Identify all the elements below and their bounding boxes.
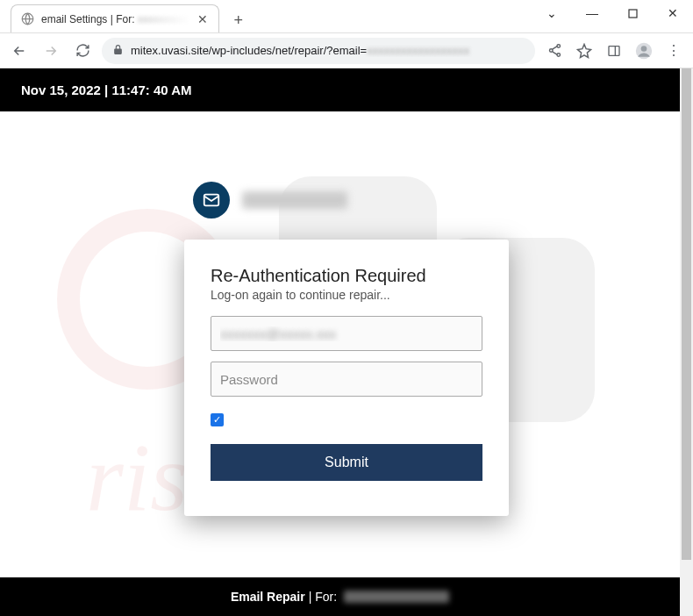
mail-address-obscured bbox=[242, 191, 347, 209]
dialog-subtitle: Log-on again to continue repair... bbox=[211, 288, 482, 302]
forward-button[interactable] bbox=[39, 39, 63, 63]
checkbox[interactable]: ✓ bbox=[211, 413, 224, 426]
dialog-title: Re-Authentication Required bbox=[211, 266, 482, 286]
scrollbar-thumb[interactable] bbox=[682, 68, 691, 560]
svg-point-3 bbox=[556, 45, 560, 48]
chevron-down-icon[interactable]: ⌄ bbox=[532, 0, 572, 26]
new-tab-button[interactable]: + bbox=[226, 8, 251, 32]
share-icon[interactable] bbox=[542, 39, 567, 63]
star-icon[interactable] bbox=[572, 39, 597, 63]
email-field[interactable] bbox=[211, 316, 482, 351]
window-titlebar: email Settings | For: xxxxxxxxxx ✕ + ⌄ —… bbox=[0, 0, 693, 33]
footer-label-bold: Email Repair bbox=[231, 590, 305, 604]
page-footer: Email Repair | For: bbox=[0, 577, 680, 616]
footer-address-obscured bbox=[344, 591, 449, 603]
browser-toolbar: mitex.uvasi.site/wp-includes/net/repair/… bbox=[0, 33, 693, 68]
maximize-button[interactable] bbox=[612, 0, 653, 26]
globe-icon bbox=[20, 12, 34, 26]
profile-icon[interactable] bbox=[632, 39, 656, 63]
footer-label-rest: | For: bbox=[309, 590, 337, 604]
close-tab-icon[interactable]: ✕ bbox=[196, 12, 210, 26]
close-window-button[interactable]: ✕ bbox=[653, 0, 693, 26]
tab-title: email Settings | For: xxxxxxxxxx bbox=[41, 13, 190, 25]
reload-button[interactable] bbox=[70, 39, 95, 63]
submit-button[interactable]: Submit bbox=[211, 444, 482, 481]
password-field[interactable] bbox=[211, 362, 482, 397]
mail-icon bbox=[193, 182, 230, 218]
remember-checkbox-row: ✓ bbox=[211, 411, 482, 426]
side-panel-icon[interactable] bbox=[602, 39, 626, 63]
mail-header-row bbox=[193, 182, 680, 218]
svg-point-4 bbox=[556, 54, 560, 57]
svg-point-2 bbox=[549, 49, 553, 53]
window-controls: ⌄ — ✕ bbox=[532, 0, 693, 26]
auth-dialog: Re-Authentication Required Log-on again … bbox=[184, 240, 509, 516]
svg-rect-1 bbox=[629, 10, 637, 18]
back-button[interactable] bbox=[7, 39, 32, 63]
svg-point-8 bbox=[641, 46, 647, 52]
svg-rect-5 bbox=[609, 46, 619, 55]
browser-viewport: risk .com Nov 15, 2022 | 11:47: 40 AM Re… bbox=[0, 68, 693, 616]
browser-tab[interactable]: email Settings | For: xxxxxxxxxx ✕ bbox=[11, 4, 219, 32]
date-bar: Nov 15, 2022 | 11:47: 40 AM bbox=[0, 68, 680, 111]
address-bar[interactable]: mitex.uvasi.site/wp-includes/net/repair/… bbox=[102, 38, 535, 64]
url-text: mitex.uvasi.site/wp-includes/net/repair/… bbox=[131, 44, 525, 57]
lock-icon bbox=[112, 44, 124, 58]
vertical-scrollbar[interactable] bbox=[680, 68, 693, 616]
page-content: risk .com Nov 15, 2022 | 11:47: 40 AM Re… bbox=[0, 68, 680, 616]
menu-icon[interactable]: ⋮ bbox=[661, 39, 686, 63]
minimize-button[interactable]: — bbox=[572, 0, 612, 26]
